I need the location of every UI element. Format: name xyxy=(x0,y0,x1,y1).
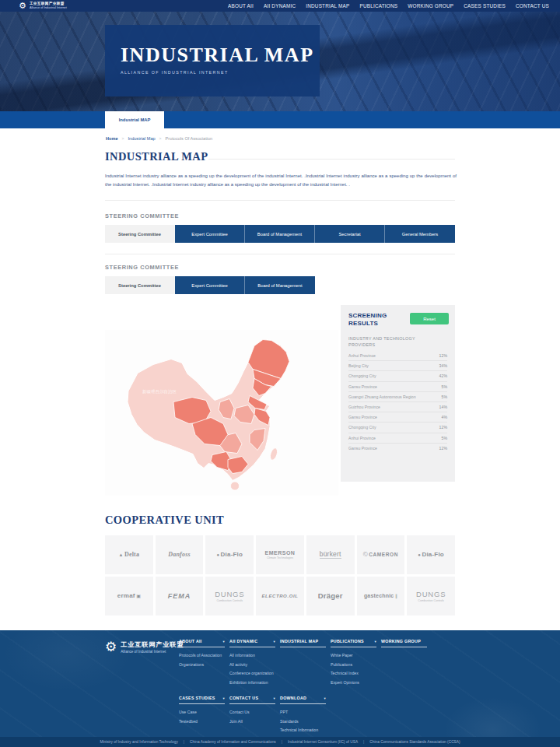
partner-logo-dia-flo[interactable]: ● Dia-Flo xyxy=(407,535,455,574)
footer-col-title[interactable]: PUBLICATIONS ▾ xyxy=(331,639,376,647)
partner-logo-dungs[interactable]: DUNGS Combustion Controls xyxy=(407,577,455,615)
breadcrumb-industrial-map[interactable]: Industrial Map xyxy=(128,136,155,141)
breadcrumb-home[interactable]: Home xyxy=(106,136,118,141)
footer-link[interactable]: Technical Information xyxy=(280,728,326,732)
chevron-down-icon: ▾ xyxy=(374,640,376,644)
footer-col-working-group: WORKING GROUP xyxy=(381,639,427,685)
breadcrumb: Home > Industrial Map > Protocols Of Ass… xyxy=(106,136,212,141)
footer-col-title[interactable]: AII DYNAMIC ▾ xyxy=(229,639,275,647)
committee2-tab-steering-committee[interactable]: Steering Committee xyxy=(105,276,175,294)
partner-logo-cameron[interactable]: Ⓒ CAMERON xyxy=(357,535,405,574)
footer-link[interactable]: PPT xyxy=(280,710,326,714)
brand-logo[interactable]: ⚙ 工业互联网产业联盟 Alliance of Industrial Inter… xyxy=(19,2,67,10)
screening-results-panel: SCREENING RESULTS Reset INDUSTRY AND TEC… xyxy=(341,305,455,482)
partner-logo-delta[interactable]: ▲ Delta xyxy=(105,535,153,574)
nav-item-contact-us[interactable]: CONTACT US xyxy=(516,3,549,9)
footer-col-title[interactable]: ABOUT AII ▾ xyxy=(179,639,225,647)
footer-col-title[interactable]: DOWNLOAD ▾ xyxy=(280,696,326,704)
screening-row: Guangxi Zhuang Autonomous Region 5% xyxy=(348,391,447,402)
committee1-tab-steering-committee[interactable]: Steering Committee xyxy=(105,225,175,243)
footer-partner-link[interactable]: China Communications Standards Associati… xyxy=(369,740,460,744)
committee1-tab-board-of-management[interactable]: Board of Management xyxy=(245,225,315,243)
footer-partner-link[interactable]: Ministry of Industry and Information Tec… xyxy=(100,740,177,744)
committee1-tab-secretariat[interactable]: Secretariat xyxy=(315,225,385,243)
partner-logo-dia-flo[interactable]: ● Dia-Flo xyxy=(205,535,254,574)
committee2-tab-expert-committee[interactable]: Expert Committee xyxy=(175,276,245,294)
map-province-hainan[interactable] xyxy=(231,482,240,490)
nav-item-about-aii[interactable]: ABOUT AII xyxy=(228,3,254,9)
footer-col-title[interactable]: INDUSTRIAL MAP xyxy=(280,639,326,647)
partner-logo-burkert[interactable]: bürkert xyxy=(306,535,355,574)
partner-logo-ermaf[interactable]: ermaf ▣ xyxy=(105,577,153,615)
nav-item-industrial-map[interactable]: INDUSTRIAL MAP xyxy=(306,3,349,9)
footer-partner-link[interactable]: China Academy of Information and Communi… xyxy=(190,740,276,744)
region-value: 5% xyxy=(442,436,448,440)
footer-link[interactable]: Use Case xyxy=(179,710,225,714)
partner-logo-danfoss[interactable]: Danfoss xyxy=(156,535,204,574)
breadcrumb-current: Protocols Of Association xyxy=(166,136,213,141)
region-name: Gansu Province xyxy=(348,446,377,451)
footer-link[interactable]: White Paper xyxy=(331,653,376,658)
partner-logo-dungs[interactable]: DUNGS Combustion Controls xyxy=(205,577,254,615)
screening-row: Guizhou Province 14% xyxy=(348,402,447,412)
footer-link[interactable]: Technical Index xyxy=(331,671,376,675)
nav-item-cases-studies[interactable]: CASES STUDIES xyxy=(464,3,506,9)
partner-logo-drager[interactable]: Dräger xyxy=(306,577,355,615)
dia-flo-dot-icon: ● xyxy=(418,552,421,557)
partner-logo-fema[interactable]: FEMA xyxy=(156,577,204,615)
committee1-tab-expert-committee[interactable]: Expert Committee xyxy=(175,225,245,243)
footer-link[interactable]: All activity xyxy=(229,662,275,667)
footer-link[interactable]: Standards xyxy=(280,719,326,724)
gear-logo-icon: ⚙ xyxy=(19,2,26,10)
region-name: Chongqing City xyxy=(348,425,376,430)
nav-item-aii-dynamic[interactable]: AII DYNAMIC xyxy=(264,3,296,9)
region-name: Guangxi Zhuang Autonomous Region xyxy=(348,395,416,399)
footer-logo[interactable]: ⚙ 工业互联网产业联盟 Alliance of Industrial Inter… xyxy=(105,640,184,654)
region-value: 42% xyxy=(439,374,447,378)
gastechnic-slashes-icon: ∥ xyxy=(395,593,397,598)
reset-button[interactable]: Reset xyxy=(410,313,449,324)
page-title: INDUSTRIAL MAP xyxy=(105,150,208,163)
committee1-heading: STEERING COMMITTEE xyxy=(105,212,179,219)
region-value: 4% xyxy=(442,415,448,419)
hero-subtitle: ALLIANCE OF INDUSTRIAL INTERNET xyxy=(121,70,320,75)
region-value: 5% xyxy=(442,395,448,399)
hero-banner: INDUSTRIAL MAP ALLIANCE OF INDUSTRIAL IN… xyxy=(0,12,560,111)
footer-link[interactable]: All information xyxy=(229,653,275,658)
screening-row: Chongqing City 42% xyxy=(348,370,447,381)
partner-logo-gastechnic[interactable]: gastechnic ∥ xyxy=(357,577,405,615)
footer-link[interactable]: Exhibition information xyxy=(229,680,275,685)
gear-logo-icon: ⚙ xyxy=(105,640,117,654)
screening-subtitle: INDUSTRY AND TECHNOLOGY PROVIDERS xyxy=(348,336,434,348)
region-value: 5% xyxy=(442,384,448,389)
footer-link[interactable]: Protocols of Association xyxy=(179,653,225,658)
section-divider xyxy=(105,254,455,254)
footer-link[interactable]: Contact Us xyxy=(229,710,275,714)
footer-partner-link[interactable]: Industrial Internet Consortium (IIC) of … xyxy=(288,740,358,744)
footer-link[interactable]: Organizations xyxy=(179,662,225,667)
committee1-tab-general-members[interactable]: General Members xyxy=(385,225,455,243)
nav-item-working-group[interactable]: WORKING GROUP xyxy=(408,3,453,9)
footer-link[interactable]: Join AII xyxy=(229,719,275,724)
partner-logo-electro-oil[interactable]: ELECTRO.OIL xyxy=(256,577,304,615)
map-province-taiwan[interactable] xyxy=(269,447,279,461)
screening-title: SCREENING RESULTS xyxy=(348,312,403,327)
footer-col-title[interactable]: WORKING GROUP xyxy=(381,639,427,647)
tab-industrial-map-active[interactable]: Industrial MAP xyxy=(105,111,164,128)
nav-item-publications[interactable]: PUBLICATIONS xyxy=(359,3,397,9)
footer-link[interactable]: Conference organization xyxy=(229,671,275,675)
footer-link[interactable]: Expert Opinions xyxy=(331,680,376,685)
partner-logo-emerson[interactable]: EMERSON Climate Technologies xyxy=(256,535,304,574)
footer-col-title[interactable]: CASES STUDIES ▾ xyxy=(179,696,225,704)
committee2-tab-board-of-management[interactable]: Board of Management xyxy=(245,276,315,294)
footer-link[interactable]: Publications xyxy=(331,662,376,667)
region-value: 12% xyxy=(439,353,447,358)
footer-link[interactable]: Testedbed xyxy=(179,719,225,724)
china-map: 新疆维吾尔自治区 xyxy=(105,330,338,496)
screening-row: Beijing City 34% xyxy=(348,360,447,370)
footer-columns-row2: CASES STUDIES ▾ Use Case Testedbed CONTA… xyxy=(179,696,326,732)
delta-triangle-icon: ▲ xyxy=(119,552,124,557)
footer-logo-en: Alliance of Industrial Internet xyxy=(121,650,184,654)
footer: ⚙ 工业互联网产业联盟 Alliance of Industrial Inter… xyxy=(0,630,560,747)
footer-col-title[interactable]: CONTACT US ▾ xyxy=(229,696,275,704)
